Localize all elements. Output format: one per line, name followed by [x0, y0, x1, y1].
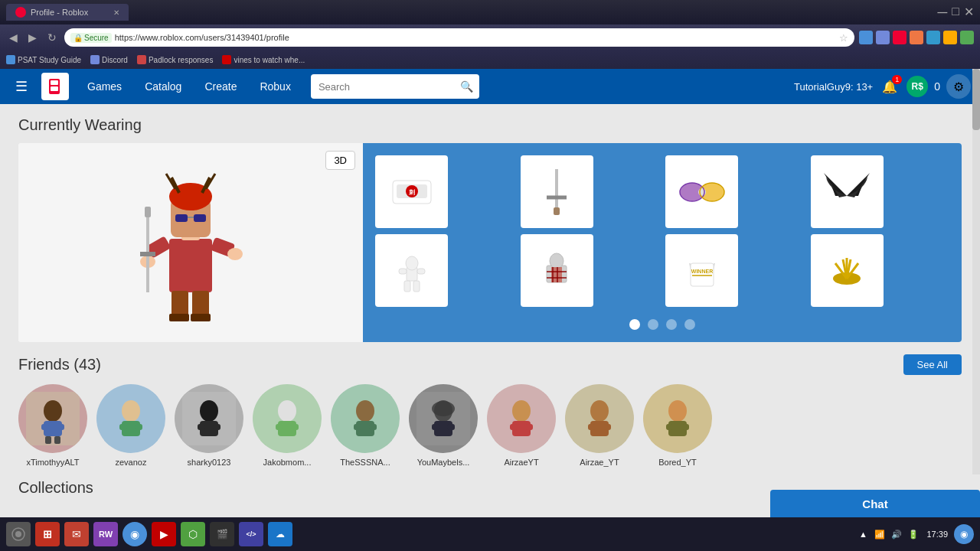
- notifications-button[interactable]: 🔔 1: [879, 77, 900, 97]
- item-card-gold-spiky[interactable]: [811, 234, 884, 307]
- ext-icon-4[interactable]: [910, 31, 923, 44]
- ext-icon-5[interactable]: [926, 31, 940, 44]
- taskbar-start[interactable]: [6, 522, 31, 546]
- friend-item[interactable]: Jakobmom...: [253, 384, 322, 467]
- friend-item[interactable]: zevanoz: [96, 384, 165, 467]
- taskbar-time: 17:39: [926, 530, 948, 539]
- friend-item[interactable]: AirzaeYT: [487, 384, 556, 467]
- item-card-winner-shirt[interactable]: WINNER: [665, 234, 738, 307]
- item-card-outfit[interactable]: [521, 234, 593, 307]
- svg-point-94: [432, 401, 455, 416]
- svg-rect-88: [369, 424, 377, 430]
- taskbar-chrome-right[interactable]: ◉: [954, 524, 974, 544]
- taskbar-chrome[interactable]: ◉: [122, 522, 147, 546]
- taskbar-html[interactable]: </>: [239, 522, 263, 546]
- friend-avatar: [487, 384, 556, 453]
- svg-rect-99: [525, 424, 533, 430]
- friend-avatar: [18, 384, 87, 453]
- item-card-bow[interactable]: [665, 155, 738, 228]
- scrollbar-thumb[interactable]: [972, 69, 980, 130]
- ext-icon-3[interactable]: [893, 31, 906, 44]
- svg-rect-51: [691, 263, 714, 286]
- bookmark-vines[interactable]: vines to watch whe...: [222, 55, 305, 64]
- tray-arrow[interactable]: ▲: [856, 527, 870, 541]
- taskbar-steam[interactable]: ⬡: [181, 522, 205, 546]
- minimize-button[interactable]: ─: [938, 5, 948, 21]
- items-grid-container: 刺: [363, 143, 962, 342]
- settings-button[interactable]: ⚙: [946, 74, 971, 99]
- pagination-dot-3[interactable]: [666, 319, 677, 330]
- bookmark-discord-icon: [90, 55, 100, 64]
- taskbar-youtube[interactable]: ▶: [152, 522, 176, 546]
- friend-item[interactable]: sharky0123: [175, 384, 243, 467]
- refresh-button[interactable]: ↻: [44, 30, 60, 45]
- robux-nav-link[interactable]: Robux: [249, 74, 301, 99]
- svg-point-45: [550, 253, 564, 269]
- ext-icon-1[interactable]: [859, 31, 873, 44]
- ext-icon-7[interactable]: [960, 31, 974, 44]
- bookmark-psat[interactable]: PSAT Study Guide: [6, 55, 81, 64]
- username-display: TutorialGuy9: 13+: [794, 81, 873, 93]
- search-input[interactable]: [311, 74, 479, 99]
- item-card-sword[interactable]: [521, 155, 593, 228]
- taskbar-clapper[interactable]: 🎬: [210, 522, 234, 546]
- svg-point-111: [15, 531, 21, 537]
- friend-item[interactable]: Airzae_YT: [565, 384, 634, 467]
- friend-item[interactable]: xTimothyyALT: [18, 384, 87, 467]
- scrollbar[interactable]: [972, 69, 980, 474]
- friend-item[interactable]: YouMaybels...: [409, 384, 478, 467]
- svg-text:刺: 刺: [408, 189, 415, 196]
- close-button[interactable]: ✕: [964, 5, 974, 21]
- roblox-navbar: ☰ Games Catalog Create Robux 🔍 TutorialG…: [0, 69, 980, 104]
- taskbar-rwby[interactable]: RW: [93, 522, 118, 546]
- friends-list: xTimothyyALT zevanoz: [18, 384, 962, 467]
- create-nav-link[interactable]: Create: [194, 74, 247, 99]
- item-card-hat[interactable]: 刺: [375, 155, 448, 228]
- svg-rect-5: [172, 291, 188, 318]
- extensions-area: [859, 31, 974, 44]
- bookmark-discord[interactable]: Discord: [90, 55, 128, 64]
- taskbar-office[interactable]: ⊞: [35, 522, 60, 546]
- items-grid: 刺: [375, 155, 949, 307]
- svg-rect-25: [145, 207, 151, 217]
- bookmark-padlock[interactable]: Padlock responses: [137, 55, 214, 64]
- catalog-nav-link[interactable]: Catalog: [134, 74, 192, 99]
- forward-button[interactable]: ▶: [25, 30, 40, 45]
- bookmark-icon[interactable]: ☆: [839, 32, 848, 44]
- pagination-dot-2[interactable]: [648, 319, 658, 330]
- browser-tab[interactable]: Profile - Roblox ✕: [6, 4, 129, 21]
- roblox-logo[interactable]: [41, 73, 69, 100]
- back-button[interactable]: ◀: [6, 30, 21, 45]
- svg-rect-82: [276, 424, 283, 430]
- svg-rect-68: [54, 436, 60, 444]
- friend-item[interactable]: TheSSSNA...: [331, 384, 400, 467]
- games-nav-link[interactable]: Games: [77, 74, 132, 99]
- svg-rect-41: [413, 281, 420, 292]
- avatar-figure: [114, 155, 267, 331]
- address-bar[interactable]: 🔒 Secure https://www.roblox.com/users/31…: [64, 28, 854, 47]
- see-all-button[interactable]: See All: [903, 354, 962, 375]
- maximize-button[interactable]: □: [952, 5, 959, 21]
- svg-point-39: [406, 256, 418, 270]
- item-card-wings[interactable]: [811, 155, 884, 228]
- svg-rect-8: [191, 314, 211, 321]
- svg-rect-32: [554, 207, 560, 215]
- svg-rect-42: [399, 269, 407, 274]
- svg-rect-7: [169, 314, 189, 321]
- btn-3d[interactable]: 3D: [325, 151, 355, 170]
- ext-icon-6[interactable]: [943, 31, 957, 44]
- taskbar-cloud[interactable]: ☁: [268, 522, 292, 546]
- chat-button[interactable]: Chat: [770, 490, 980, 517]
- ext-icon-2[interactable]: [876, 31, 890, 44]
- friend-name: Airzae_YT: [580, 458, 619, 467]
- bookmarks-bar: PSAT Study Guide Discord Padlock respons…: [0, 51, 980, 69]
- taskbar-gmail[interactable]: ✉: [64, 522, 89, 546]
- robux-icon: R$: [906, 76, 928, 97]
- hamburger-menu-button[interactable]: ☰: [9, 75, 34, 98]
- tab-close-button[interactable]: ✕: [113, 8, 119, 17]
- item-card-body[interactable]: [375, 234, 448, 307]
- pagination-dot-1[interactable]: [629, 319, 640, 330]
- friend-item[interactable]: Bored_YT: [643, 384, 712, 467]
- pagination-dot-4[interactable]: [684, 319, 695, 330]
- svg-marker-52: [689, 263, 691, 271]
